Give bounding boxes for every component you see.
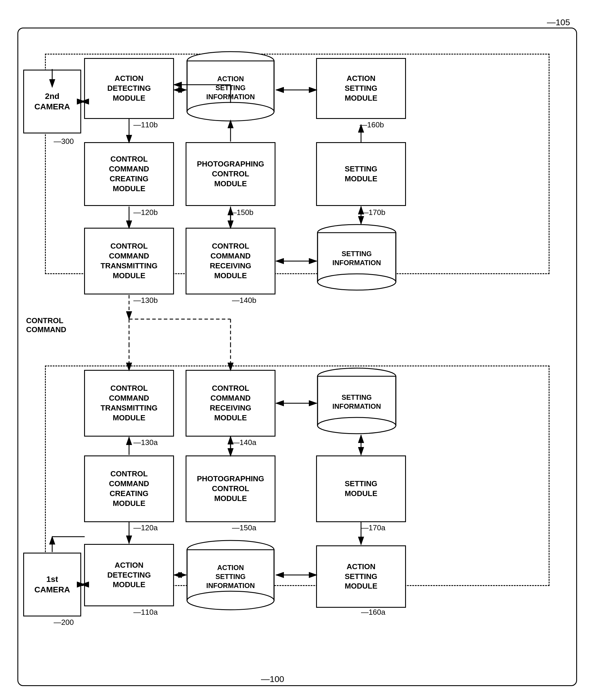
action-setting-info-b: ACTIONSETTINGINFORMATION [186,51,276,122]
cc-transmitting-b: CONTROL COMMAND TRANSMITTING MODULE [84,228,174,295]
label-300: —300 [54,137,74,146]
label-170a: —170a [361,523,385,532]
label-105: —105 [547,18,570,27]
setting-module-a: SETTING MODULE [316,455,406,522]
action-setting-module-a: ACTION SETTING MODULE [316,545,406,608]
label-110b: —110b [133,120,158,129]
label-120a: —120a [133,523,158,532]
label-140b: —140b [232,296,256,305]
action-setting-info-a: ACTIONSETTINGINFORMATION [186,540,276,611]
label-120b: —120b [133,208,158,217]
label-140a: —140a [232,438,256,447]
cc-creating-b: CONTROL COMMAND CREATING MODULE [84,142,174,206]
label-100: —100 [261,674,284,684]
svg-point-14 [317,418,396,434]
label-110a: —110a [133,608,158,617]
svg-point-9 [317,274,396,290]
camera-2nd-box: 2nd CAMERA [23,70,81,133]
photographing-control-a: PHOTOGRAPHING CONTROL MODULE [186,455,276,522]
diagram: —105 2nd CAMERA —300 ACTION DETECTING MO… [0,0,602,700]
action-setting-module-b: ACTION SETTING MODULE [316,58,406,119]
cc-receiving-a: CONTROL COMMAND RECEIVING MODULE [186,370,276,436]
cc-receiving-b: CONTROL COMMAND RECEIVING MODULE [186,228,276,295]
label-160a: —160a [361,608,385,617]
cc-transmitting-a: CONTROL COMMAND TRANSMITTING MODULE [84,370,174,436]
label-200: —200 [54,618,74,627]
camera-1st-box: 1st CAMERA [23,553,81,617]
setting-info-a: SETTINGINFORMATION [316,367,397,435]
label-160b: —160b [360,120,384,129]
svg-point-4 [187,102,274,121]
label-150a: —150a [232,523,256,532]
control-command-label: CONTROLCOMMAND [26,316,67,334]
label-130a: —130a [133,438,158,447]
setting-info-b: SETTINGINFORMATION [316,223,397,292]
action-detecting-b: ACTION DETECTING MODULE [84,58,174,119]
photographing-control-b: PHOTOGRAPHING CONTROL MODULE [186,142,276,206]
svg-point-19 [187,591,274,610]
setting-module-b: SETTING MODULE [316,142,406,206]
label-170b: —170b [361,208,385,217]
label-150b: —150b [229,208,254,217]
cc-creating-a: CONTROL COMMAND CREATING MODULE [84,455,174,522]
label-130b: —130b [133,296,158,305]
action-detecting-a: ACTION DETECTING MODULE [84,544,174,606]
